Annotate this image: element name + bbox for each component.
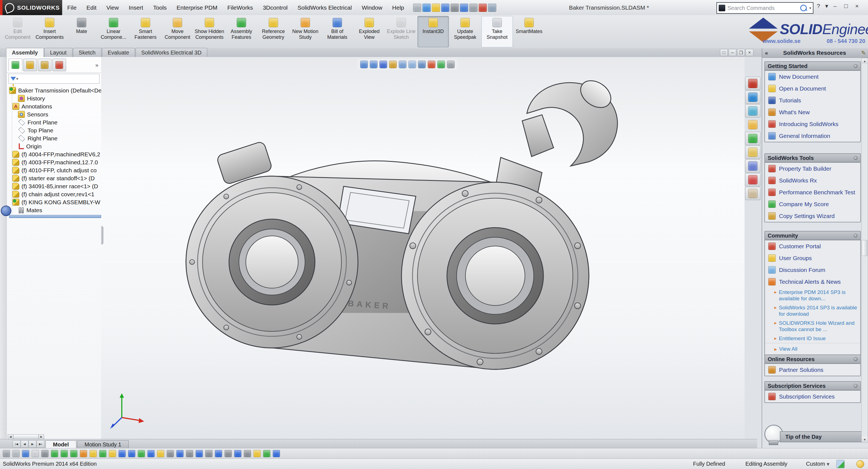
search-input[interactable]: Search Commands [727, 5, 798, 11]
scroll-right-icon[interactable]: ▶ [38, 435, 44, 439]
scroll-thumb[interactable] [862, 240, 867, 256]
manager-tab[interactable]: Assembly [6, 48, 44, 57]
assembly-features-button[interactable]: Assembly Features [226, 16, 257, 47]
featuremanager-tab[interactable] [8, 59, 22, 71]
quick-access-button[interactable] [451, 4, 459, 12]
quick-access-button[interactable] [460, 4, 468, 12]
task-pane-tab[interactable] [745, 77, 761, 90]
new-motion-study-button[interactable]: New Motion Study [289, 16, 321, 47]
heads-up-button[interactable] [389, 61, 397, 68]
insert-components-button[interactable]: Insert Components [34, 16, 65, 47]
menu-item[interactable]: Window [357, 0, 388, 15]
pin-icon[interactable] [854, 234, 858, 237]
tree-item[interactable]: (f) starter ear standoff<1> (D [9, 174, 101, 182]
mate-angle-icon[interactable] [119, 450, 126, 457]
document-tab[interactable]: Motion Study 1 [77, 440, 129, 448]
takeover-icon[interactable] [263, 450, 270, 457]
minimize-button[interactable]: – [830, 1, 840, 11]
tab-nav-button[interactable]: ▶ [29, 440, 36, 447]
section-header[interactable]: Getting Started [765, 62, 860, 71]
heads-up-button[interactable] [437, 61, 445, 68]
manager-tab[interactable]: Sketch [73, 48, 101, 57]
heads-up-button[interactable] [408, 61, 416, 68]
tree-item[interactable]: Mates [9, 206, 101, 214]
news-link[interactable]: ▸ SolidWorks 2014 SP3 is available for d… [765, 303, 860, 319]
scroll-left-icon[interactable]: ◀ [8, 435, 13, 439]
mate-gear-icon[interactable] [205, 450, 213, 457]
instant3d-button[interactable]: Instant3D [417, 16, 449, 47]
menu-item[interactable]: Insert [124, 0, 148, 15]
tree-item[interactable]: (f) 4004-FFP,machinedREV6,2 [9, 150, 101, 158]
mate-universal-joint-icon[interactable] [234, 450, 241, 457]
explode-line-sketch-button[interactable]: Explode Line Sketch [385, 16, 417, 47]
task-pane-tab[interactable] [745, 187, 761, 200]
task-pane-link[interactable]: Performance Benchmark Test [765, 186, 860, 198]
mate-path-icon[interactable] [148, 450, 155, 457]
heads-up-button[interactable] [428, 61, 435, 68]
filter-dropdown-icon[interactable]: ▾ [16, 76, 18, 81]
search-dropdown-icon[interactable]: ▾ [809, 6, 811, 10]
quick-access-button[interactable] [469, 4, 477, 12]
mdi-window-button[interactable]: □ [720, 49, 728, 56]
tip-of-the-day-bar[interactable]: Tip of the Day [780, 431, 864, 442]
mate-align-icon[interactable] [273, 450, 280, 457]
task-pane-link[interactable]: Customer Portal [765, 240, 860, 252]
quick-access-button[interactable] [441, 4, 450, 12]
section-header[interactable]: Online Resources [765, 355, 860, 364]
featuremanager-tab[interactable] [52, 59, 66, 71]
quick-access-button[interactable] [413, 4, 421, 12]
quick-access-button[interactable] [488, 4, 496, 12]
search-scope-icon[interactable] [719, 5, 725, 11]
tree-item[interactable]: (f) 4010-FFP, clutch adjust co [9, 166, 101, 174]
mate-width-icon[interactable] [138, 450, 145, 457]
heads-up-button[interactable] [399, 61, 406, 68]
menu-item[interactable]: Edit [82, 0, 101, 15]
pointer-icon[interactable] [41, 450, 49, 457]
mate-perpendicular-icon[interactable] [70, 450, 78, 457]
menu-item[interactable]: Help [387, 0, 409, 15]
task-pane-link[interactable]: Open a Document [765, 82, 860, 94]
edit-component-button[interactable]: Edit Component [2, 16, 33, 47]
mate-tangent-icon[interactable] [80, 450, 87, 457]
move-component-button[interactable]: Move Component [162, 16, 193, 47]
task-pane-link[interactable]: Introducing SolidWorks [765, 118, 860, 130]
heads-up-button[interactable] [447, 61, 455, 68]
tree-item[interactable]: Top Plane [9, 126, 101, 134]
show-hidden-components-button[interactable]: Show Hidden Components [194, 16, 225, 47]
linear-component-pattern-button[interactable]: Linear Compone... [98, 16, 129, 47]
task-pane-tab[interactable] [745, 91, 761, 104]
scroll-down-icon[interactable]: ▼ [862, 437, 868, 442]
menu-item[interactable]: View [101, 0, 124, 15]
tab-nav-button[interactable]: ◀ [21, 440, 28, 447]
task-pane-link[interactable]: General Information [765, 130, 860, 142]
news-link[interactable]: ▸ SOLIDWORKS Hole Wizard and Toolbox can… [765, 319, 860, 334]
close-button[interactable]: × [851, 1, 863, 11]
heads-up-button[interactable] [418, 61, 426, 68]
tree-item[interactable]: History [9, 94, 101, 102]
mate-symmetric-icon[interactable] [128, 450, 135, 457]
mdi-window-button[interactable]: – [728, 49, 736, 56]
heads-up-button[interactable] [360, 61, 368, 68]
help-dropdown-icon[interactable]: ▾ [824, 1, 830, 11]
task-pane-link[interactable]: Subscription Services [765, 391, 860, 402]
mate-lock-icon[interactable] [99, 450, 106, 457]
mate-hinge-icon[interactable] [196, 450, 203, 457]
status-sheet-icon[interactable] [836, 460, 844, 468]
view-all-link[interactable]: ▸ View All [765, 343, 860, 355]
select-tool-icon[interactable] [32, 450, 39, 457]
task-pane-link[interactable]: What's New [765, 106, 860, 118]
mdi-window-button[interactable]: ❐ [737, 49, 745, 56]
tree-item[interactable]: Sensors [9, 110, 101, 119]
collapse-pane-icon[interactable]: « [762, 50, 771, 56]
exploded-view-button[interactable]: Exploded View [353, 16, 385, 47]
reference-geometry-button[interactable]: Reference Geometry [258, 16, 289, 47]
task-pane-link[interactable]: SolidWorks Rx [765, 174, 860, 186]
tree-item[interactable]: Annotations [9, 102, 101, 110]
search-commands-box[interactable]: Search Commands ▾ [716, 2, 813, 14]
menu-item[interactable]: Enterprise PDM [172, 0, 222, 15]
clear-selections-icon[interactable] [12, 450, 20, 457]
tree-item[interactable]: (f) 34091-85,inner race<1> (D [9, 182, 101, 190]
mate-parallel-icon[interactable] [61, 450, 68, 457]
collapsed-panel-icon[interactable] [1, 206, 11, 216]
isolate-icon[interactable] [244, 450, 251, 457]
